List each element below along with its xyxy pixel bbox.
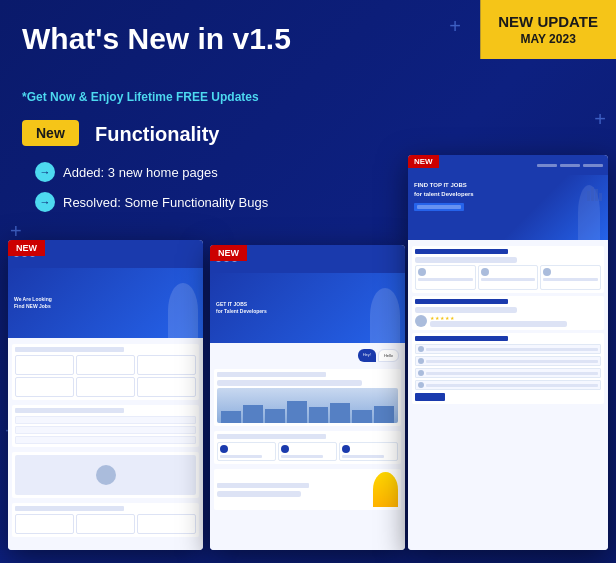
review-row: ★★★★★ xyxy=(415,315,601,327)
hero3-content: FIND TOP IT JOBSfor talent Developers xyxy=(414,181,602,211)
featured-item-1 xyxy=(415,344,601,354)
mock-person-avatar xyxy=(96,465,116,485)
step-2 xyxy=(278,442,337,461)
step-1 xyxy=(217,442,276,461)
update-badge-date: MAY 2023 xyxy=(498,32,598,48)
main-background: + + + + NEW UPDATE MAY 2023 What's New i… xyxy=(0,0,616,563)
step-num-2 xyxy=(281,445,289,453)
grid-item-2 xyxy=(76,355,135,375)
mock-section-browse xyxy=(214,369,401,426)
fi-avatar-2 xyxy=(418,358,424,364)
step-line-3 xyxy=(342,455,384,458)
step-num-3 xyxy=(342,445,350,453)
city-placeholder xyxy=(217,388,398,423)
reviewer-avatar xyxy=(415,315,427,327)
mock-section-header-2 xyxy=(15,408,124,413)
plus-decoration-2: + xyxy=(594,108,606,131)
fi-avatar-1 xyxy=(418,346,424,352)
featured-title xyxy=(415,336,508,341)
mock-grid-2 xyxy=(15,514,196,534)
mock-section-category xyxy=(12,344,199,400)
grid-item-9 xyxy=(137,514,196,534)
main-heading: What's New in v1.5 xyxy=(22,22,352,55)
featured-item-2 xyxy=(415,356,601,366)
grid-item-8 xyxy=(76,514,135,534)
svg-rect-3 xyxy=(599,193,602,201)
mock-site-2: GET IT JOBSfor Talent Developers Hey! He… xyxy=(210,245,405,550)
update-badge-title: NEW UPDATE xyxy=(498,12,598,32)
bullet-item-2: → Resolved: Some Functionality Bugs xyxy=(35,192,268,212)
mock-section-featured xyxy=(12,405,199,447)
mock-section-jobs xyxy=(12,503,199,537)
nav-item-2 xyxy=(560,164,580,167)
screenshot-card-2: NEW GET IT JOBSfor Talent Developers Hey… xyxy=(210,245,405,550)
grid-item-4 xyxy=(15,377,74,397)
mock-item-1 xyxy=(15,416,196,424)
fi-line-1 xyxy=(426,348,598,351)
help-text-col xyxy=(217,483,370,497)
candidate-card-3 xyxy=(540,265,601,290)
mock-content-3: ★★★★★ xyxy=(408,240,608,550)
building-3 xyxy=(265,409,285,423)
svg-rect-0 xyxy=(587,191,590,201)
hero3-text: FIND TOP IT JOBSfor talent Developers xyxy=(414,181,602,199)
featured-section xyxy=(412,333,604,404)
mock-item-3 xyxy=(15,436,196,444)
fi-avatar-4 xyxy=(418,382,424,388)
mock-section-how xyxy=(214,431,401,464)
building-4 xyxy=(287,401,307,423)
city-section xyxy=(217,388,398,423)
mock-hero-2: GET IT JOBSfor Talent Developers xyxy=(210,273,405,343)
mock-grid-1 xyxy=(15,355,196,397)
building-7 xyxy=(352,410,372,423)
building-6 xyxy=(330,403,350,423)
nav-item-3 xyxy=(583,164,603,167)
plus-decoration-1: + xyxy=(449,15,461,38)
hero3-city-mini xyxy=(585,183,603,201)
search-bar-mock xyxy=(417,205,461,209)
browse-subheader xyxy=(217,380,362,386)
new-ribbon-2: NEW xyxy=(210,245,247,261)
step-num-1 xyxy=(220,445,228,453)
view-all-button[interactable] xyxy=(415,393,445,401)
featured-items xyxy=(415,344,601,390)
mock-section-help xyxy=(214,469,401,510)
cand-avatar-2 xyxy=(481,268,489,276)
arrow-icon-1: → xyxy=(35,162,55,182)
connect-sub xyxy=(415,257,517,263)
help-header xyxy=(217,483,309,488)
cand-line-1 xyxy=(418,278,473,281)
mock-items-1 xyxy=(15,416,196,444)
mock-hero-figure-2 xyxy=(370,288,400,343)
new-ribbon-3: NEW xyxy=(408,155,439,168)
cand-avatar-3 xyxy=(543,268,551,276)
mock-content-1 xyxy=(8,338,203,550)
cand-line-2 xyxy=(481,278,536,281)
svg-rect-2 xyxy=(595,189,598,201)
screenshot-card-1: NEW We Are LookingFind NEW Jobs xyxy=(8,240,203,550)
mock-site-1: We Are LookingFind NEW Jobs xyxy=(8,240,203,550)
screenshot-card-3: NEW FIND TOP IT JOBSfor talent Developer… xyxy=(408,155,608,550)
city-buildings xyxy=(217,398,398,423)
mock-site-3: FIND TOP IT JOBSfor talent Developers xyxy=(408,155,608,550)
bullet-text-1: Added: 3 new home pages xyxy=(63,165,218,180)
building-2 xyxy=(243,405,263,423)
review-text xyxy=(430,321,567,327)
featured-item-4 xyxy=(415,380,601,390)
fi-line-3 xyxy=(426,372,598,375)
mock-steps xyxy=(217,442,398,461)
how-header xyxy=(217,434,326,439)
building-8 xyxy=(374,406,394,423)
mock-content-2: Hey! Hello xyxy=(210,343,405,550)
arrow-icon-2: → xyxy=(35,192,55,212)
mock-section-info xyxy=(12,452,199,498)
featured-item-3 xyxy=(415,368,601,378)
review-title xyxy=(415,299,508,304)
help-row xyxy=(217,472,398,507)
review-sub xyxy=(415,307,517,313)
candidate-card-1 xyxy=(415,265,476,290)
grid-item-3 xyxy=(137,355,196,375)
candidate-card-2 xyxy=(478,265,539,290)
grid-item-5 xyxy=(76,377,135,397)
chat-bubble-2: Hello xyxy=(378,349,399,362)
